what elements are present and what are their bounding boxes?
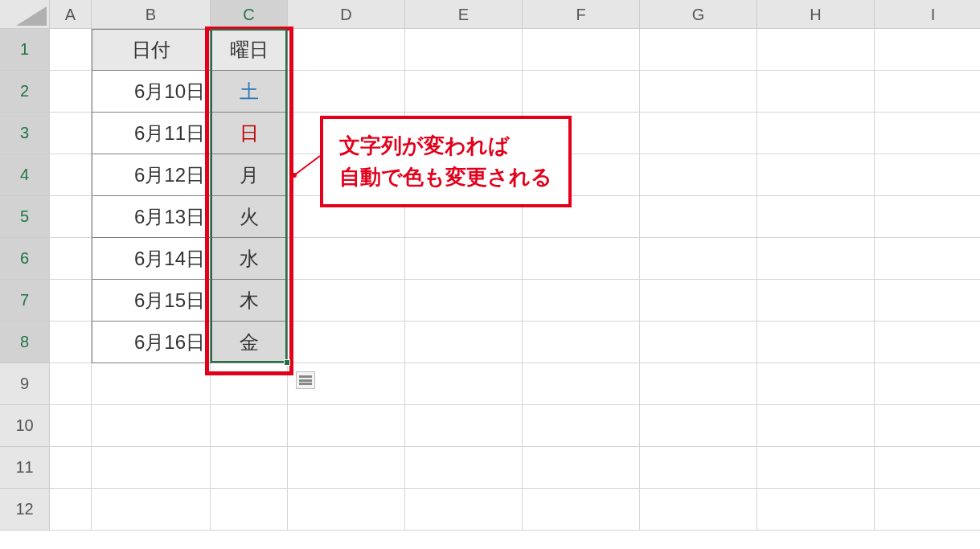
cell-D11[interactable] — [288, 447, 405, 489]
column-header-H[interactable]: H — [757, 0, 875, 29]
cell-F2[interactable] — [523, 71, 640, 113]
cell-I11[interactable] — [875, 447, 980, 489]
cell-G8[interactable] — [640, 322, 757, 363]
cell-C4[interactable]: 月 — [211, 154, 288, 196]
cell-A8[interactable] — [50, 322, 92, 363]
cell-I6[interactable] — [875, 238, 980, 280]
cell-A2[interactable] — [50, 71, 92, 113]
column-header-I[interactable]: I — [875, 0, 980, 29]
cell-E8[interactable] — [405, 322, 523, 363]
cell-H6[interactable] — [757, 238, 875, 280]
cell-A6[interactable] — [50, 238, 92, 280]
column-header-E[interactable]: E — [405, 0, 523, 29]
cell-A4[interactable] — [50, 154, 92, 196]
cell-D6[interactable] — [288, 238, 405, 280]
cell-E7[interactable] — [405, 280, 523, 322]
cell-H7[interactable] — [757, 280, 875, 322]
cell-B12[interactable] — [92, 489, 211, 531]
cell-B11[interactable] — [92, 447, 211, 489]
cell-G11[interactable] — [640, 447, 757, 489]
cell-E2[interactable] — [405, 71, 523, 113]
cell-B6[interactable]: 6月14日 — [92, 238, 211, 280]
row-header-7[interactable]: 7 — [0, 280, 50, 322]
cell-I3[interactable] — [875, 113, 980, 154]
cell-E1[interactable] — [405, 29, 523, 71]
cell-A3[interactable] — [50, 113, 92, 154]
cell-H3[interactable] — [757, 113, 875, 154]
cell-B7[interactable]: 6月15日 — [92, 280, 211, 322]
cell-F1[interactable] — [523, 29, 640, 71]
cell-H12[interactable] — [757, 489, 875, 531]
cell-F10[interactable] — [523, 405, 640, 447]
row-header-2[interactable]: 2 — [0, 71, 50, 113]
cell-I4[interactable] — [875, 154, 980, 196]
cell-H1[interactable] — [757, 29, 875, 71]
cell-I8[interactable] — [875, 322, 980, 363]
cell-I2[interactable] — [875, 71, 980, 113]
cell-C6[interactable]: 水 — [211, 238, 288, 280]
cell-A9[interactable] — [50, 363, 92, 405]
cell-A11[interactable] — [50, 447, 92, 489]
cell-C3[interactable]: 日 — [211, 113, 288, 154]
fill-handle[interactable] — [284, 359, 290, 366]
cell-C8[interactable]: 金 — [211, 322, 288, 363]
row-header-11[interactable]: 11 — [0, 447, 50, 489]
cell-I10[interactable] — [875, 405, 980, 447]
column-header-F[interactable]: F — [523, 0, 640, 29]
cell-G7[interactable] — [640, 280, 757, 322]
row-header-4[interactable]: 4 — [0, 154, 50, 196]
cell-I9[interactable] — [875, 363, 980, 405]
cell-G1[interactable] — [640, 29, 757, 71]
row-header-3[interactable]: 3 — [0, 113, 50, 154]
cell-C7[interactable]: 木 — [211, 280, 288, 322]
column-header-A[interactable]: A — [50, 0, 92, 29]
cell-H4[interactable] — [757, 154, 875, 196]
cell-H2[interactable] — [757, 71, 875, 113]
cell-F11[interactable] — [523, 447, 640, 489]
cell-B8[interactable]: 6月16日 — [92, 322, 211, 363]
quick-analysis-icon[interactable] — [296, 371, 315, 389]
cell-E6[interactable] — [405, 238, 523, 280]
column-header-C[interactable]: C — [211, 0, 288, 29]
cell-B9[interactable] — [92, 363, 211, 405]
cell-F6[interactable] — [523, 238, 640, 280]
cell-G12[interactable] — [640, 489, 757, 531]
cell-A10[interactable] — [50, 405, 92, 447]
cell-D7[interactable] — [288, 280, 405, 322]
cell-C9[interactable] — [211, 363, 288, 405]
cell-B5[interactable]: 6月13日 — [92, 196, 211, 238]
cell-B1[interactable]: 日付 — [92, 29, 211, 71]
row-header-10[interactable]: 10 — [0, 405, 50, 447]
cell-H11[interactable] — [757, 447, 875, 489]
cell-I7[interactable] — [875, 280, 980, 322]
cell-F7[interactable] — [523, 280, 640, 322]
cell-C11[interactable] — [211, 447, 288, 489]
cell-F12[interactable] — [523, 489, 640, 531]
cell-I5[interactable] — [875, 196, 980, 238]
cell-H5[interactable] — [757, 196, 875, 238]
cell-D8[interactable] — [288, 322, 405, 363]
cell-G6[interactable] — [640, 238, 757, 280]
column-header-G[interactable]: G — [640, 0, 757, 29]
cell-F8[interactable] — [523, 322, 640, 363]
cell-G9[interactable] — [640, 363, 757, 405]
cell-B4[interactable]: 6月12日 — [92, 154, 211, 196]
cell-D2[interactable] — [288, 71, 405, 113]
cell-A12[interactable] — [50, 489, 92, 531]
cell-B3[interactable]: 6月11日 — [92, 113, 211, 154]
cell-C5[interactable]: 火 — [211, 196, 288, 238]
cell-E10[interactable] — [405, 405, 523, 447]
cell-C2[interactable]: 土 — [211, 71, 288, 113]
cell-F9[interactable] — [523, 363, 640, 405]
cell-E11[interactable] — [405, 447, 523, 489]
cell-E9[interactable] — [405, 363, 523, 405]
cell-E12[interactable] — [405, 489, 523, 531]
cell-H8[interactable] — [757, 322, 875, 363]
cell-A5[interactable] — [50, 196, 92, 238]
cell-G3[interactable] — [640, 113, 757, 154]
column-header-B[interactable]: B — [92, 0, 211, 29]
cell-C12[interactable] — [211, 489, 288, 531]
cell-B2[interactable]: 6月10日 — [92, 71, 211, 113]
row-header-9[interactable]: 9 — [0, 363, 50, 405]
cell-D10[interactable] — [288, 405, 405, 447]
